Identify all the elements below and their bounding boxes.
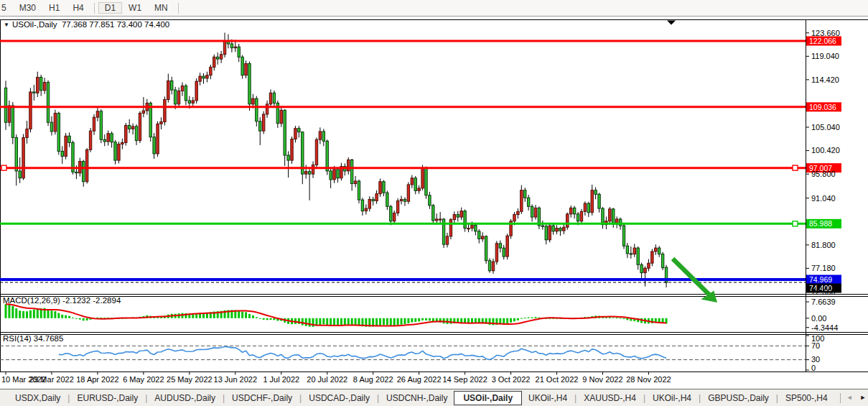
candle bbox=[57, 111, 60, 154]
candle bbox=[393, 211, 396, 224]
candle bbox=[153, 133, 155, 159]
candle bbox=[276, 101, 279, 128]
candle bbox=[199, 73, 201, 86]
candle bbox=[534, 205, 536, 219]
candle bbox=[492, 259, 494, 274]
x-axis-label: 18 Apr 2022 bbox=[76, 375, 118, 384]
candle bbox=[439, 212, 441, 223]
timeframe-button-h1[interactable]: H1 bbox=[42, 2, 66, 14]
candle bbox=[587, 202, 589, 217]
macd-signal-line bbox=[6, 304, 666, 326]
symbol-tab-xauusd-h4[interactable]: XAUUSD-,H4 bbox=[577, 392, 643, 405]
candle bbox=[65, 133, 67, 160]
macd-indicator-label: MACD(12,26,9) -2.1232 -2.2894 bbox=[3, 296, 121, 305]
candle bbox=[407, 182, 409, 203]
symbol-tab-sp500-h4[interactable]: SP500-,H4 bbox=[779, 392, 834, 405]
symbol-tab-usdx-daily[interactable]: USDX,Daily bbox=[9, 392, 67, 405]
candle bbox=[241, 55, 243, 78]
symbol-tab-gbpusd-daily[interactable]: GBPUSD-,Daily bbox=[701, 392, 775, 405]
auto-scroll-marker-icon[interactable] bbox=[667, 21, 676, 25]
x-axis-label: 21 Oct 2022 bbox=[536, 375, 579, 384]
candle bbox=[269, 89, 271, 107]
candle bbox=[4, 80, 6, 129]
y-axis-label: 100.420 bbox=[811, 146, 840, 154]
candle bbox=[390, 205, 392, 225]
candle bbox=[418, 185, 420, 194]
timeframe-button-5[interactable]: 5 bbox=[0, 2, 13, 14]
candle bbox=[556, 225, 558, 234]
candle bbox=[50, 116, 52, 136]
symbol-tab-usdcnh-daily[interactable]: USDCNH-,Daily bbox=[380, 392, 454, 405]
candle bbox=[111, 132, 113, 148]
candle bbox=[160, 117, 162, 129]
timeframe-button-d1[interactable]: D1 bbox=[98, 2, 122, 14]
line-handle[interactable] bbox=[793, 221, 798, 226]
candle bbox=[15, 134, 17, 185]
x-axis-label: 1 Jul 2022 bbox=[263, 375, 299, 384]
symbol-tab-eurusd-daily[interactable]: EURUSD-,Daily bbox=[70, 392, 144, 405]
candle bbox=[552, 223, 554, 235]
legend-symbol: USOil-,Daily bbox=[12, 20, 57, 29]
candle bbox=[485, 235, 487, 263]
candle bbox=[248, 62, 251, 111]
symbol-tab-ukoil-h4[interactable]: UKOil-,H4 bbox=[646, 392, 698, 405]
symbol-tab-usdcad-daily[interactable]: USDCAD-,Daily bbox=[302, 392, 376, 405]
candle bbox=[114, 140, 116, 165]
chart-canvas[interactable]: 122.066109.03697.00785.98874.96974.40012… bbox=[0, 17, 868, 389]
candle bbox=[238, 44, 240, 62]
collapse-chart-icon[interactable]: ▼ bbox=[4, 22, 9, 28]
x-axis-label: 9 Nov 2022 bbox=[582, 375, 622, 384]
candle bbox=[19, 157, 21, 183]
symbol-tab-audusd-daily[interactable]: AUDUSD-,Daily bbox=[148, 392, 222, 405]
symbol-tabbar: USDX,Daily|EURUSD-,Daily|AUDUSD-,Daily|U… bbox=[0, 389, 868, 406]
scroll-tabs-left-icon[interactable]: ◄ bbox=[846, 395, 853, 401]
candle bbox=[400, 195, 402, 204]
candle bbox=[298, 126, 300, 137]
candle bbox=[202, 73, 205, 84]
candle bbox=[594, 187, 597, 199]
y-axis: 123.660119.040114.420105.040100.42095.80… bbox=[806, 29, 840, 372]
macd-axis-label: -4.3444 bbox=[811, 323, 838, 332]
candle bbox=[446, 233, 448, 247]
y-axis-label: 72.560 bbox=[811, 287, 836, 296]
symbol-tab-ukoil-h4[interactable]: UKOil-,H4 bbox=[522, 392, 574, 405]
candle bbox=[125, 123, 127, 146]
candle bbox=[396, 198, 398, 216]
candle bbox=[174, 87, 176, 109]
symbol-tab-usoil-daily[interactable]: USOil-,Daily bbox=[454, 391, 522, 405]
candle bbox=[499, 241, 501, 253]
price-flag-label: 122.066 bbox=[809, 37, 836, 45]
symbol-tab-usdchf-daily[interactable]: USDCHF-,Daily bbox=[225, 392, 299, 405]
tab-scroll-controls: ◄► bbox=[834, 393, 868, 403]
candle bbox=[337, 167, 339, 183]
trend-arrow[interactable] bbox=[673, 259, 709, 295]
line-handle[interactable] bbox=[793, 165, 798, 170]
scroll-tabs-right-icon[interactable]: ► bbox=[860, 395, 867, 401]
x-axis: 10 Mar 202229 Mar 202218 Apr 20226 May 2… bbox=[1, 372, 671, 384]
toolbar-separator bbox=[178, 3, 179, 14]
y-axis-label: 105.040 bbox=[811, 123, 840, 132]
timeframe-button-w1[interactable]: W1 bbox=[122, 2, 148, 14]
candle bbox=[488, 258, 490, 272]
y-axis-label: 119.040 bbox=[811, 52, 839, 60]
candle bbox=[280, 108, 282, 127]
candle bbox=[640, 263, 643, 280]
candle bbox=[245, 60, 247, 78]
timeframe-button-h4[interactable]: H4 bbox=[66, 2, 90, 14]
line-handle[interactable] bbox=[1, 165, 6, 170]
candle bbox=[220, 51, 222, 63]
candle bbox=[347, 157, 350, 175]
candle bbox=[131, 124, 134, 135]
candle bbox=[661, 252, 663, 270]
candle bbox=[167, 74, 169, 103]
timeframe-button-m30[interactable]: M30 bbox=[13, 2, 42, 14]
macd-axis-label: 7.6639 bbox=[811, 297, 836, 306]
candle bbox=[223, 32, 225, 57]
candle bbox=[340, 163, 342, 181]
x-axis-label: 13 Jun 2022 bbox=[214, 375, 258, 384]
timeframe-button-mn[interactable]: MN bbox=[148, 2, 174, 14]
candle bbox=[531, 204, 533, 221]
candle bbox=[630, 246, 632, 259]
candle bbox=[33, 85, 35, 101]
candle bbox=[365, 204, 367, 214]
